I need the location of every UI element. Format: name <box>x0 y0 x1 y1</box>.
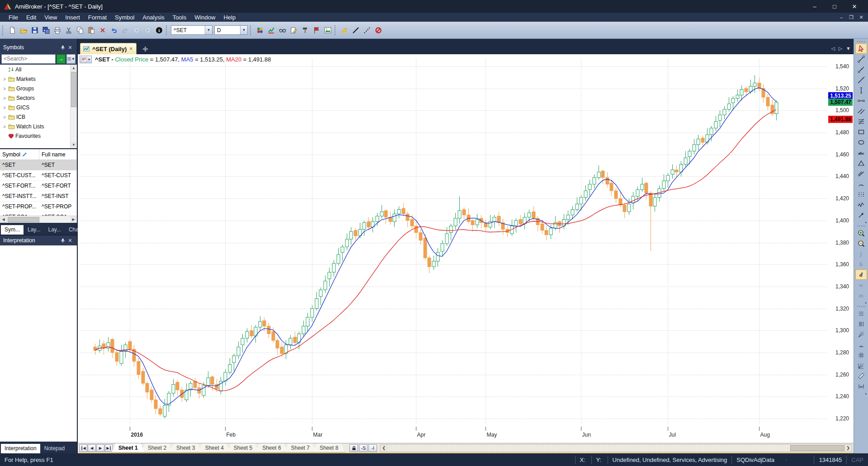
menu-view[interactable]: View <box>40 14 61 21</box>
toolbar-overflow-icon[interactable]: ▸ <box>855 391 867 396</box>
chart-tab[interactable]: ^SET (Daily) × <box>80 43 137 54</box>
bottom-tab-2[interactable]: Notepad <box>41 444 68 453</box>
menu-analysis[interactable]: Analysis <box>138 14 168 21</box>
symbol-view-button[interactable]: ▼ <box>66 54 75 64</box>
tree-item-icb[interactable]: >ICB <box>0 112 77 122</box>
paste-button[interactable] <box>85 25 97 36</box>
sheet-tab-4[interactable]: Sheet 4 <box>198 443 230 452</box>
menu-tools[interactable]: Tools <box>169 14 190 21</box>
lock-sheet-button[interactable] <box>349 444 358 452</box>
prev-sheet-button[interactable]: ◀ <box>88 444 96 452</box>
toolbar-overflow-icon[interactable]: ▸ <box>855 220 867 225</box>
parameters-button[interactable] <box>254 25 265 36</box>
menu-edit[interactable]: Edit <box>22 14 40 21</box>
expander-icon[interactable]: > <box>2 114 7 120</box>
d-interval-button[interactable]: d <box>855 269 867 280</box>
ellipse-tool[interactable] <box>855 137 867 147</box>
tree-item-groups[interactable]: >Groups <box>0 84 77 93</box>
grid-tool[interactable] <box>855 350 867 360</box>
highlighter-button[interactable] <box>339 25 350 36</box>
expander-icon[interactable]: > <box>2 86 7 91</box>
tree-item-markets[interactable]: >Markets <box>0 74 77 84</box>
mdi-close-button[interactable]: ✕ <box>856 14 866 21</box>
dock-tab-3[interactable]: Lay... <box>44 225 64 235</box>
rectangle-tool[interactable] <box>855 127 867 137</box>
symbol-row--set-sq1[interactable]: ^SET-SQ1^SET-SQ1 <box>0 212 77 216</box>
scrollbar-thumb[interactable] <box>790 445 844 451</box>
horizontal-line-tool[interactable] <box>855 95 867 106</box>
menu-insert[interactable]: Insert <box>61 14 84 21</box>
new-button[interactable] <box>6 25 18 36</box>
redo-button[interactable] <box>119 25 131 36</box>
expander-icon[interactable]: > <box>2 76 7 82</box>
delete-button[interactable] <box>97 25 108 36</box>
dotted-line-button[interactable] <box>361 25 373 36</box>
fib-arcs-tool[interactable] <box>855 339 867 350</box>
fib-retracement-tool[interactable] <box>855 116 867 127</box>
ruler-tool[interactable] <box>855 371 867 381</box>
insert-sheet-button[interactable]: -S <box>359 444 368 452</box>
line-button[interactable] <box>350 25 361 36</box>
close-button[interactable]: ✕ <box>844 0 864 12</box>
snapshot-button[interactable] <box>322 25 333 36</box>
menu-file[interactable]: File <box>5 14 22 21</box>
tree-item-watch-lists[interactable]: >Watch Lists <box>0 122 77 131</box>
mdi-restore-button[interactable]: ❐ <box>846 14 856 21</box>
sheet-tab-2[interactable]: Sheet 2 <box>141 443 173 452</box>
trend-line-tool[interactable] <box>855 54 867 64</box>
scroll-down-icon[interactable]: ▼ <box>71 141 77 148</box>
h-tool[interactable]: h <box>855 259 867 269</box>
arc-tool[interactable] <box>855 179 867 189</box>
print-button[interactable] <box>52 25 63 36</box>
arrow-tool[interactable] <box>855 210 867 220</box>
mdi-minimize-button[interactable]: – <box>836 14 846 21</box>
chart-context-button[interactable]: ▼ <box>80 56 92 63</box>
tools-button[interactable] <box>299 25 311 36</box>
scroll-right-icon[interactable]: ▶ <box>70 216 77 223</box>
insert-interpretation-button[interactable]: -I <box>368 444 377 452</box>
text-tool[interactable]: abc <box>855 147 867 158</box>
pitchfork-tool[interactable] <box>855 168 867 179</box>
copy-button[interactable] <box>74 25 85 36</box>
formula-editor-button[interactable] <box>288 25 299 36</box>
toolbar-overflow-icon[interactable]: ▸ <box>855 301 867 305</box>
minimize-button[interactable]: – <box>805 0 825 12</box>
open-button[interactable] <box>18 25 29 36</box>
search-input[interactable] <box>1 54 56 64</box>
close-icon[interactable]: ✕ <box>66 44 74 51</box>
tab-scroll-left-icon[interactable]: ◁ <box>831 46 835 52</box>
menu-symbol[interactable]: Symbol <box>111 14 138 21</box>
symbol-column-header[interactable]: Symbol <box>0 149 39 160</box>
pin-icon[interactable] <box>59 237 66 244</box>
undo-button[interactable] <box>108 25 119 36</box>
tree-vertical-scrollbar[interactable]: ▲ ▼ <box>70 65 77 148</box>
menu-help[interactable]: Help <box>219 14 240 21</box>
pin-icon[interactable] <box>59 44 66 51</box>
zoom-in-tool[interactable] <box>855 228 867 238</box>
gann-fan-tool[interactable] <box>855 360 867 371</box>
ray-tool[interactable] <box>855 64 867 75</box>
sheet-tab-7[interactable]: Sheet 7 <box>284 443 316 452</box>
gann-angles-tool[interactable] <box>855 329 867 339</box>
expander-icon[interactable]: > <box>2 105 7 110</box>
back-button[interactable] <box>131 25 142 36</box>
zigzag-tool[interactable] <box>855 199 867 210</box>
tree-item-favourites[interactable]: Favourites <box>0 131 77 141</box>
menu-format[interactable]: Format <box>84 14 111 21</box>
vertical-levels-tool[interactable] <box>855 319 867 329</box>
m-tool[interactable]: m <box>855 290 867 301</box>
first-sheet-button[interactable]: ┃◀ <box>79 444 87 452</box>
cycle-lines-tool[interactable] <box>855 189 867 199</box>
chart-pane[interactable]: ▼ ^SET - Closed Price = 1,507.47, MA5 = … <box>78 54 854 443</box>
chevron-down-icon[interactable]: ▼ <box>240 26 247 34</box>
parallel-lines-tool[interactable] <box>855 106 867 116</box>
scrollbar-thumb[interactable] <box>71 72 76 107</box>
scroll-up-icon[interactable]: ▲ <box>71 65 77 71</box>
alert-button[interactable] <box>311 25 322 36</box>
scroll-left-icon[interactable]: ❮ <box>380 445 387 452</box>
dock-tab-2[interactable]: Lay... <box>24 225 44 235</box>
vertical-line-tool[interactable] <box>855 85 867 95</box>
symbol-row--set-cust-[interactable]: ^SET-CUST...^SET-CUST <box>0 170 77 181</box>
histogram-tool[interactable] <box>855 381 867 391</box>
symbol-row--set-prop-[interactable]: ^SET-PROP...^SET-PROP <box>0 202 77 212</box>
